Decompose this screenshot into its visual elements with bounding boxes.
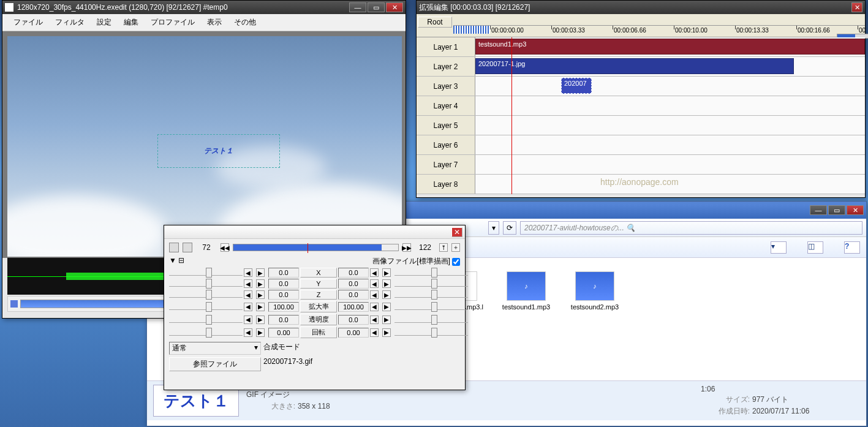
- prop-dec-4[interactable]: ◀: [244, 316, 252, 324]
- prop-dec2-1[interactable]: ◀: [370, 279, 379, 288]
- layer-label-8[interactable]: Layer 8: [417, 175, 475, 194]
- explorer-minimize[interactable]: —: [810, 205, 827, 215]
- prop-label-4[interactable]: 透明度: [300, 314, 337, 325]
- timeline-row-8[interactable]: Layer 8: [417, 175, 865, 194]
- prop-inc-1[interactable]: ▶: [256, 279, 265, 288]
- property-titlebar[interactable]: ✕: [164, 225, 465, 239]
- prop-value-left-4[interactable]: 0.0: [268, 315, 299, 325]
- prop-dec2-2[interactable]: ◀: [370, 290, 379, 299]
- prop-value-left-1[interactable]: 0.0: [268, 279, 299, 289]
- prop-value-right-3[interactable]: 100.00: [338, 302, 369, 312]
- prop-inc-2[interactable]: ▶: [256, 290, 265, 299]
- explorer-maximize[interactable]: ▭: [828, 205, 845, 215]
- prop-dec2-0[interactable]: ◀: [370, 268, 379, 277]
- timeline-root-button[interactable]: Root: [418, 17, 451, 28]
- refresh-button[interactable]: ⟳: [503, 221, 516, 235]
- preview-minimize[interactable]: —: [349, 2, 366, 12]
- clip-image[interactable]: 20200717-1.jpg: [475, 58, 794, 74]
- timeline-row-2[interactable]: Layer 220200717-1.jpg: [417, 57, 865, 77]
- prop-inc-0[interactable]: ▶: [256, 268, 265, 277]
- prop-inc-3[interactable]: ▶: [256, 303, 265, 311]
- layer-label-1[interactable]: Layer 1: [417, 37, 475, 56]
- prop-slider-left-2[interactable]: [169, 292, 243, 298]
- timeline-playhead[interactable]: [511, 37, 512, 194]
- timeline-row-5[interactable]: Layer 5: [417, 116, 865, 135]
- prop-slider-right-5[interactable]: [394, 330, 468, 336]
- timeline-row-3[interactable]: Layer 3202007: [417, 77, 865, 96]
- menu-2[interactable]: 設定: [91, 16, 118, 29]
- prop-icon-1[interactable]: [169, 243, 179, 252]
- prop-filter-enable[interactable]: [452, 258, 460, 266]
- timeline-row-1[interactable]: Layer 1testsound1.mp3: [417, 37, 865, 57]
- property-close[interactable]: ✕: [451, 227, 462, 237]
- timeline-titlebar[interactable]: 拡張編集 [00:00:03.03] [92/12627] ✕: [417, 1, 865, 14]
- prop-slider-right-2[interactable]: [394, 292, 468, 298]
- prop-value-right-4[interactable]: 0.0: [338, 315, 369, 325]
- prop-dec-5[interactable]: ◀: [244, 328, 252, 337]
- prop-seek-bar[interactable]: [233, 244, 399, 251]
- file-item-5[interactable]: ♪testsound1.mp3: [497, 268, 555, 322]
- menu-5[interactable]: 表示: [201, 16, 228, 29]
- prop-dec2-5[interactable]: ◀: [370, 328, 379, 337]
- help-button[interactable]: ?: [844, 241, 860, 254]
- menu-4[interactable]: プロファイル: [145, 16, 201, 29]
- prop-inc2-5[interactable]: ▶: [382, 328, 391, 337]
- prop-slider-right-0[interactable]: [394, 270, 468, 276]
- prop-slider-left-5[interactable]: [169, 330, 243, 336]
- prop-value-right-5[interactable]: 0.00: [338, 328, 369, 338]
- prop-toggle-arrow[interactable]: ▼ ⊟: [169, 256, 184, 265]
- blend-mode-select[interactable]: 通常 ▾: [169, 342, 261, 355]
- prop-value-left-3[interactable]: 100.00: [268, 302, 299, 312]
- preview-text-object[interactable]: テスト１: [157, 134, 280, 168]
- menu-1[interactable]: フィルタ: [49, 16, 91, 29]
- prop-icon-2[interactable]: [183, 243, 192, 252]
- prop-label-0[interactable]: X: [300, 268, 337, 278]
- preview-maximize[interactable]: ▭: [368, 2, 385, 12]
- reference-file-button[interactable]: 参照ファイル: [169, 357, 261, 371]
- layer-label-4[interactable]: Layer 4: [417, 96, 475, 115]
- prop-value-right-2[interactable]: 0.0: [338, 290, 369, 300]
- prop-label-2[interactable]: Z: [300, 290, 337, 300]
- prop-slider-left-0[interactable]: [169, 270, 243, 276]
- prop-eject[interactable]: ⤒: [439, 243, 448, 252]
- prop-slider-left-4[interactable]: [169, 317, 243, 323]
- prop-dec-3[interactable]: ◀: [244, 303, 252, 311]
- prop-dec-1[interactable]: ◀: [244, 279, 252, 288]
- prop-inc-4[interactable]: ▶: [256, 316, 265, 324]
- file-item-6[interactable]: ♪testsound2.mp3: [566, 268, 624, 322]
- view-options-button[interactable]: ▾: [771, 241, 787, 254]
- prop-slider-right-4[interactable]: [394, 317, 468, 323]
- prop-inc-5[interactable]: ▶: [256, 328, 265, 337]
- layer-label-6[interactable]: Layer 6: [417, 135, 475, 154]
- prop-label-3[interactable]: 拡大率: [300, 301, 337, 312]
- prop-inc2-2[interactable]: ▶: [382, 290, 391, 299]
- search-box[interactable]: 20200717-aviutl-howtouseの... 🔍: [520, 221, 862, 235]
- prop-label-1[interactable]: Y: [300, 279, 337, 289]
- seek-next-fast[interactable]: ▶▶: [402, 243, 411, 252]
- layer-label-5[interactable]: Layer 5: [417, 116, 475, 135]
- address-dropdown-arrow[interactable]: ▾: [488, 221, 499, 235]
- prop-value-left-5[interactable]: 0.00: [268, 328, 299, 338]
- clip-audio[interactable]: testsound1.mp3: [475, 39, 865, 55]
- prop-value-left-2[interactable]: 0.0: [268, 290, 299, 300]
- prop-value-right-1[interactable]: 0.0: [338, 279, 369, 289]
- prop-dec2-3[interactable]: ◀: [370, 303, 379, 311]
- prop-dec-0[interactable]: ◀: [244, 268, 252, 277]
- timeline-row-6[interactable]: Layer 6: [417, 135, 865, 155]
- menu-3[interactable]: 編集: [118, 16, 145, 29]
- clip-selected-object[interactable]: 202007: [561, 78, 592, 94]
- prop-dec2-4[interactable]: ◀: [370, 316, 379, 324]
- layer-label-3[interactable]: Layer 3: [417, 77, 475, 96]
- prop-slider-left-1[interactable]: [169, 281, 243, 287]
- preview-titlebar[interactable]: 1280x720_30fps_44100Hz.exedit (1280,720)…: [2, 1, 406, 14]
- layer-label-7[interactable]: Layer 7: [417, 155, 475, 174]
- explorer-close[interactable]: ✕: [847, 205, 864, 215]
- seek-prev-fast[interactable]: ◀◀: [221, 243, 229, 252]
- prop-dec-2[interactable]: ◀: [244, 290, 252, 299]
- prop-label-5[interactable]: 回転: [300, 327, 337, 338]
- timeline-close[interactable]: ✕: [851, 2, 862, 12]
- preview-viewport[interactable]: テスト１: [2, 31, 406, 258]
- prop-add[interactable]: ＋: [451, 243, 460, 252]
- prop-slider-right-3[interactable]: [394, 304, 468, 310]
- prop-inc2-4[interactable]: ▶: [382, 316, 391, 324]
